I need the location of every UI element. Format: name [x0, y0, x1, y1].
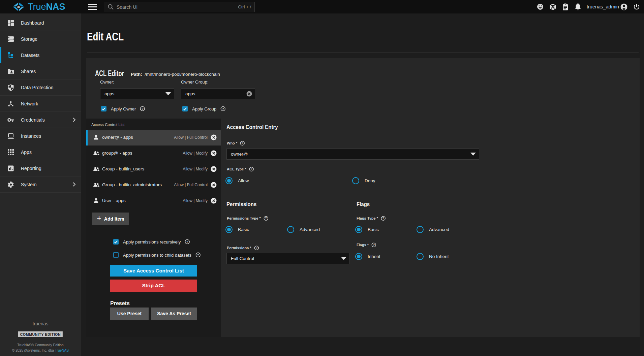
svg-text:?: ?	[197, 253, 199, 257]
svg-text:?: ?	[265, 217, 267, 220]
svg-text:?: ?	[250, 167, 252, 171]
svg-text:?: ?	[255, 246, 257, 250]
svg-text:?: ?	[373, 243, 375, 247]
svg-text:?: ?	[222, 107, 224, 110]
svg-text:?: ?	[142, 107, 144, 110]
svg-text:?: ?	[186, 240, 188, 244]
svg-text:?: ?	[382, 217, 384, 220]
svg-text:?: ?	[242, 141, 243, 145]
